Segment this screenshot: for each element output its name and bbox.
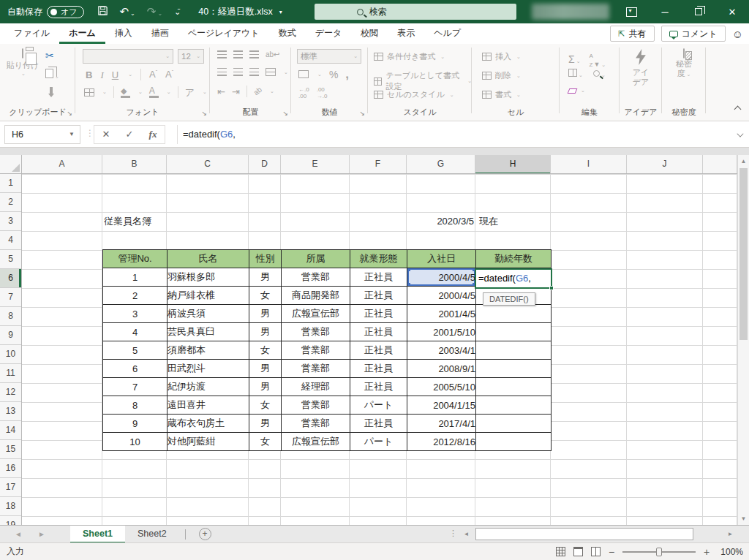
cell[interactable]: 2001/4/5	[407, 305, 476, 323]
cell[interactable]: 正社員	[350, 287, 407, 305]
cell[interactable]: 商品開発部	[282, 287, 350, 305]
cell[interactable]: 正社員	[350, 341, 407, 360]
row-header-5[interactable]: 5	[0, 250, 21, 269]
cell[interactable]: 経理部	[282, 378, 350, 396]
cell[interactable]: 2000/4/5	[407, 287, 476, 305]
cell[interactable]: 女	[249, 396, 282, 415]
row-header-19[interactable]: 19	[0, 516, 21, 525]
dialog-launcher-icon[interactable]: ↘	[201, 110, 207, 117]
row-header-3[interactable]: 3	[0, 212, 21, 231]
cell[interactable]: 2	[103, 287, 168, 305]
new-sheet-button[interactable]: +	[199, 528, 211, 540]
cell[interactable]: 1	[103, 268, 168, 287]
dialog-launcher-icon[interactable]: ↘	[359, 110, 365, 117]
row-header-12[interactable]: 12	[0, 383, 21, 402]
name-box-caret-icon[interactable]: ▼	[69, 126, 75, 143]
table-header-cell[interactable]: 管理No.	[103, 250, 168, 268]
column-header-J[interactable]: J	[627, 155, 703, 174]
column-header-H[interactable]: H	[475, 155, 551, 174]
column-header-A[interactable]: A	[22, 155, 102, 174]
cell[interactable]: 営業部	[282, 415, 350, 433]
collapse-ribbon-icon[interactable]	[735, 105, 740, 113]
cell[interactable]: 正社員	[350, 360, 407, 378]
row-header-9[interactable]: 9	[0, 326, 21, 345]
row-header-16[interactable]: 16	[0, 459, 21, 478]
column-header-D[interactable]: D	[249, 155, 281, 174]
expand-formula-bar-icon[interactable]	[737, 130, 743, 137]
cell[interactable]: 紀伊坊渡	[168, 378, 249, 396]
cell[interactable]: 6	[103, 360, 168, 378]
cell[interactable]: 男	[249, 323, 282, 341]
row-header-1[interactable]: 1	[0, 174, 21, 193]
column-header-C[interactable]: C	[167, 155, 249, 174]
close-button[interactable]: ✕	[715, 0, 749, 23]
table-header-cell[interactable]: 就業形態	[350, 250, 407, 268]
tab-insert[interactable]: 挿入	[105, 23, 142, 44]
cell[interactable]: 2005/5/10	[407, 378, 476, 396]
save-icon[interactable]	[97, 5, 108, 18]
cell[interactable]: 営業部	[282, 396, 350, 415]
referenced-cell-g6[interactable]: 2000/4/5	[407, 268, 476, 287]
cell[interactable]: 女	[249, 433, 282, 451]
cell[interactable]: パート	[350, 396, 407, 415]
formula-input[interactable]: =datedif(G6,	[183, 125, 236, 144]
cell[interactable]: 女	[249, 341, 282, 360]
cell[interactable]: 正社員	[350, 305, 407, 323]
column-header-G[interactable]: G	[407, 155, 475, 174]
table-header-cell[interactable]: 氏名	[168, 250, 249, 268]
minimize-button[interactable]: ─	[648, 0, 682, 23]
zoom-slider-thumb[interactable]	[656, 548, 662, 556]
cell[interactable]: 2012/8/16	[407, 433, 476, 451]
row-header-6[interactable]: 6	[0, 269, 21, 288]
autosave-toggle[interactable]: 自動保存 オフ	[7, 6, 84, 18]
cell[interactable]: 対他阿藍紺	[168, 433, 249, 451]
row-header-2[interactable]: 2	[0, 193, 21, 212]
autosave-switch-icon[interactable]: オフ	[47, 6, 84, 18]
user-account-blurred[interactable]	[532, 4, 609, 20]
comments-button[interactable]: コメント	[661, 26, 726, 42]
cell[interactable]	[476, 305, 552, 323]
insert-function-button[interactable]: fx	[141, 126, 165, 143]
cell[interactable]: 4	[103, 323, 168, 341]
cell[interactable]: パート	[350, 433, 407, 451]
column-header-F[interactable]: F	[350, 155, 407, 174]
scroll-down-icon[interactable]: ▼	[738, 512, 749, 525]
table-header-cell[interactable]: 勤続年数	[476, 250, 552, 268]
cell[interactable]: 9	[103, 415, 168, 433]
cell[interactable]	[476, 341, 552, 360]
share-button[interactable]: ⇱ 共有	[610, 26, 654, 42]
cell[interactable]: 3	[103, 305, 168, 323]
scroll-left-icon[interactable]: ◄	[461, 529, 472, 540]
cell[interactable]	[476, 433, 552, 451]
row-header-18[interactable]: 18	[0, 497, 21, 516]
cell[interactable]: 遠田喜井	[168, 396, 249, 415]
undo-caret-icon[interactable]: ⌄	[130, 10, 135, 17]
undo-button[interactable]: ↶⌄	[120, 5, 135, 18]
column-header-B[interactable]: B	[102, 155, 167, 174]
tab-formulas[interactable]: 数式	[269, 23, 306, 44]
normal-view-icon[interactable]	[556, 547, 565, 556]
cell[interactable]: 営業部	[282, 360, 350, 378]
cell[interactable]: 正社員	[350, 268, 407, 287]
zoom-out-icon[interactable]: −	[609, 546, 614, 558]
select-all-corner[interactable]	[0, 155, 22, 174]
tab-page-layout[interactable]: ページレイアウト	[178, 23, 269, 44]
sheet-tab-sheet2[interactable]: Sheet2	[125, 526, 179, 543]
tab-file[interactable]: ファイル	[4, 23, 59, 44]
cell[interactable]: 男	[249, 360, 282, 378]
row-header-11[interactable]: 11	[0, 364, 21, 383]
sheet-tab-sheet1[interactable]: Sheet1	[70, 526, 125, 543]
row-header-15[interactable]: 15	[0, 440, 21, 459]
cell[interactable]: 2003/4/1	[407, 341, 476, 360]
cell[interactable]: 2017/4/1	[407, 415, 476, 433]
cell[interactable]: 柄波呉須	[168, 305, 249, 323]
tab-home[interactable]: ホーム	[59, 23, 105, 44]
column-header-I[interactable]: I	[551, 155, 627, 174]
table-header-cell[interactable]: 性別	[249, 250, 282, 268]
cell[interactable]: 2008/9/1	[407, 360, 476, 378]
row-header-14[interactable]: 14	[0, 421, 21, 440]
row-header-4[interactable]: 4	[0, 231, 21, 250]
cell[interactable]: 芸民具真臼	[168, 323, 249, 341]
cell[interactable]: 田武烈斗	[168, 360, 249, 378]
cell[interactable]	[476, 415, 552, 433]
